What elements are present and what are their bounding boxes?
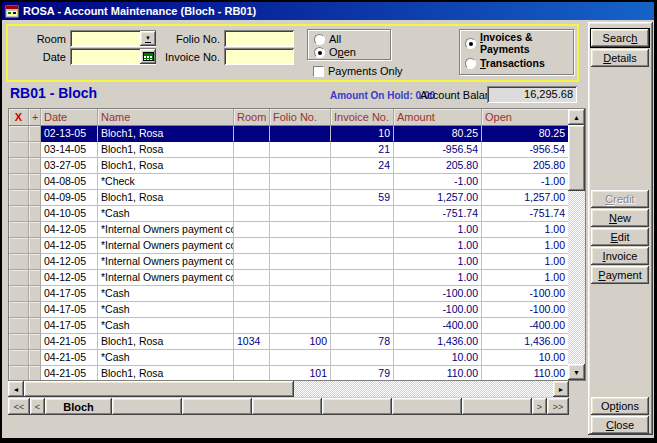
row-expand-cell[interactable] bbox=[29, 366, 41, 380]
open-cell: 1.00 bbox=[482, 222, 568, 238]
grid-header-col-open[interactable]: Open bbox=[482, 109, 568, 126]
row-expand-cell[interactable] bbox=[29, 142, 41, 158]
row-expand-cell[interactable] bbox=[29, 126, 41, 142]
payment-button[interactable]: Payment bbox=[591, 266, 649, 284]
scroll-down-button[interactable]: ▼ bbox=[568, 364, 585, 380]
row-selector-cell[interactable] bbox=[9, 174, 29, 190]
radio-open[interactable]: Open bbox=[314, 46, 356, 58]
row-expand-cell[interactable] bbox=[29, 158, 41, 174]
search-button[interactable]: Search bbox=[591, 29, 649, 47]
grid-header-col-room[interactable]: Room bbox=[234, 109, 270, 126]
scroll-up-button[interactable]: ▲ bbox=[568, 109, 585, 125]
grid-header-col-amount[interactable]: Amount bbox=[394, 109, 482, 126]
row-selector-cell[interactable] bbox=[9, 142, 29, 158]
tab-nav-first-button[interactable]: << bbox=[8, 398, 30, 415]
new-button[interactable]: New bbox=[591, 209, 649, 227]
radio-transactions[interactable]: Transactions bbox=[465, 57, 545, 69]
row-selector-cell[interactable] bbox=[9, 254, 29, 270]
table-row[interactable]: 04-09-05Bloch1, Rosa591,257.001,257.00 bbox=[9, 190, 568, 206]
table-row[interactable]: 04-21-05Bloch1, Rosa1034100781,436.001,4… bbox=[9, 334, 568, 350]
tab-empty[interactable] bbox=[112, 398, 182, 415]
row-selector-cell[interactable] bbox=[9, 158, 29, 174]
table-row[interactable]: 04-08-05*Check-1.00-1.00 bbox=[9, 174, 568, 190]
table-row[interactable]: 04-12-05*Internal Owners payment code1.0… bbox=[9, 270, 568, 286]
grid-header-col-invoice-no[interactable]: Invoice No. bbox=[331, 109, 394, 126]
tab-empty[interactable] bbox=[182, 398, 252, 415]
vertical-scrollbar[interactable]: ▲ ▼ bbox=[568, 109, 585, 380]
details-button[interactable]: Details bbox=[591, 49, 649, 67]
table-row[interactable]: 04-12-05*Internal Owners payment code1.0… bbox=[9, 222, 568, 238]
tab-nav-next-button[interactable]: > bbox=[532, 398, 547, 415]
row-expand-cell[interactable] bbox=[29, 206, 41, 222]
table-row[interactable]: 04-12-05*Internal Owners payment code1.0… bbox=[9, 254, 568, 270]
payments-only-box-icon bbox=[313, 66, 324, 77]
tab-empty[interactable] bbox=[392, 398, 462, 415]
folio-input[interactable] bbox=[224, 30, 294, 47]
grid-header-col-plus[interactable]: + bbox=[29, 109, 41, 126]
row-expand-cell[interactable] bbox=[29, 350, 41, 366]
row-selector-cell[interactable] bbox=[9, 222, 29, 238]
close-button[interactable]: Close bbox=[591, 416, 649, 434]
row-expand-cell[interactable] bbox=[29, 222, 41, 238]
tab-empty[interactable] bbox=[252, 398, 322, 415]
row-expand-cell[interactable] bbox=[29, 318, 41, 334]
row-expand-cell[interactable] bbox=[29, 334, 41, 350]
row-expand-cell[interactable] bbox=[29, 190, 41, 206]
room-dropdown-button[interactable]: ▼ bbox=[140, 31, 156, 46]
row-selector-cell[interactable] bbox=[9, 334, 29, 350]
horizontal-scrollbar[interactable]: ◄ ► bbox=[8, 381, 569, 397]
invoice-no-input[interactable] bbox=[224, 48, 294, 65]
table-row[interactable]: 02-13-05Bloch1, Rosa1080.2580.25 bbox=[9, 126, 568, 142]
payments-only-checkbox[interactable]: Payments Only bbox=[313, 65, 403, 77]
row-expand-cell[interactable] bbox=[29, 286, 41, 302]
tab-empty[interactable] bbox=[322, 398, 392, 415]
horizontal-scroll-thumb[interactable] bbox=[24, 381, 294, 397]
table-row[interactable]: 04-21-05*Cash10.0010.00 bbox=[9, 350, 568, 366]
radio-invoices-payments[interactable]: Invoices & Payments bbox=[465, 37, 573, 49]
table-row[interactable]: 03-27-05Bloch1, Rosa24205.80205.80 bbox=[9, 158, 568, 174]
table-row[interactable]: 04-10-05*Cash-751.74-751.74 bbox=[9, 206, 568, 222]
tab-empty[interactable] bbox=[462, 398, 532, 415]
grid-header-col-x[interactable]: X bbox=[9, 109, 29, 126]
table-row[interactable]: 03-14-05Bloch1, Rosa21-956.54-956.54 bbox=[9, 142, 568, 158]
invoice-button[interactable]: Invoice bbox=[591, 247, 649, 265]
table-row[interactable]: 04-17-05*Cash-400.00-400.00 bbox=[9, 318, 568, 334]
horizontal-scroll-track[interactable] bbox=[24, 381, 553, 397]
row-selector-cell[interactable] bbox=[9, 270, 29, 286]
filter-panel: Room ▼ Date Folio No. Invoice No. All Op… bbox=[6, 24, 579, 82]
title-bar[interactable]: ROSA - Account Maintenance (Bloch - RB01… bbox=[2, 2, 654, 20]
grid-header-col-name[interactable]: Name bbox=[98, 109, 234, 126]
radio-all[interactable]: All bbox=[314, 33, 341, 45]
row-expand-cell[interactable] bbox=[29, 302, 41, 318]
row-selector-cell[interactable] bbox=[9, 238, 29, 254]
scroll-right-button[interactable]: ► bbox=[553, 381, 569, 397]
table-row[interactable]: 04-17-05*Cash-100.00-100.00 bbox=[9, 302, 568, 318]
options-button[interactable]: Options bbox=[591, 397, 649, 415]
scroll-left-button[interactable]: ◄ bbox=[8, 381, 24, 397]
grid-header-col-folio-no[interactable]: Folio No. bbox=[270, 109, 331, 126]
tab-nav-prev-button[interactable]: < bbox=[30, 398, 45, 415]
vertical-scroll-track[interactable] bbox=[568, 125, 585, 364]
table-row[interactable]: 04-12-05*Internal Owners payment code1.0… bbox=[9, 238, 568, 254]
grid-header-col-date[interactable]: Date bbox=[41, 109, 98, 126]
amount-cell: 1.00 bbox=[394, 254, 482, 270]
row-selector-cell[interactable] bbox=[9, 366, 29, 380]
row-selector-cell[interactable] bbox=[9, 206, 29, 222]
tab-bloch[interactable]: Bloch bbox=[45, 398, 112, 415]
row-expand-cell[interactable] bbox=[29, 254, 41, 270]
table-row[interactable]: 04-17-05*Cash-100.00-100.00 bbox=[9, 286, 568, 302]
row-selector-cell[interactable] bbox=[9, 286, 29, 302]
open-cell: 205.80 bbox=[482, 158, 568, 174]
row-selector-cell[interactable] bbox=[9, 302, 29, 318]
row-selector-cell[interactable] bbox=[9, 318, 29, 334]
table-row[interactable]: 04-21-05Bloch1, Rosa10179110.00110.00 bbox=[9, 366, 568, 380]
row-selector-cell[interactable] bbox=[9, 350, 29, 366]
tab-nav-last-button[interactable]: >> bbox=[547, 398, 569, 415]
row-expand-cell[interactable] bbox=[29, 270, 41, 286]
row-selector-cell[interactable] bbox=[9, 126, 29, 142]
edit-button[interactable]: Edit bbox=[591, 228, 649, 246]
row-expand-cell[interactable] bbox=[29, 238, 41, 254]
row-selector-cell[interactable] bbox=[9, 190, 29, 206]
vertical-scroll-thumb[interactable] bbox=[568, 125, 585, 191]
row-expand-cell[interactable] bbox=[29, 174, 41, 190]
